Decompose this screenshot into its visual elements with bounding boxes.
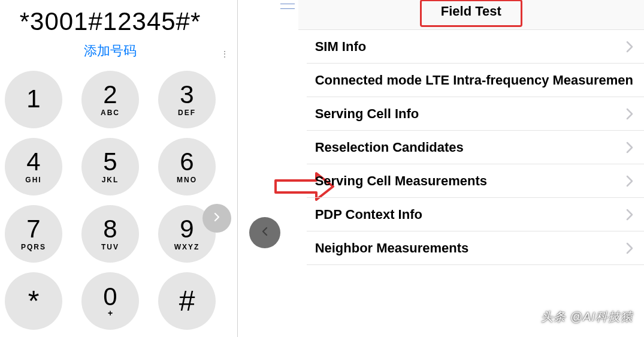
key-2[interactable]: 2 ABC (81, 71, 139, 128)
key-letters: GHI (25, 176, 41, 184)
row-serving-cell-info[interactable]: Serving Cell Info (307, 97, 644, 131)
row-label: Reselection Candidates (315, 140, 464, 155)
chevron-right-icon (626, 242, 633, 254)
key-7[interactable]: 7 PQRS (5, 205, 62, 263)
key-digit: 8 (103, 216, 117, 242)
key-letters: MNO (177, 176, 197, 184)
row-neighbor-measurements[interactable]: Neighbor Measurements (307, 231, 644, 265)
row-pdp-context-info[interactable]: PDP Context Info (307, 198, 644, 231)
key-letters: TUV (101, 243, 119, 251)
phone-dialer-panel: *3001#12345#* 添加号码 1 2 ABC 3 DEF 4 GHI 5… (0, 0, 220, 337)
forward-nav-button[interactable] (202, 204, 231, 233)
key-letters: WXYZ (174, 243, 200, 251)
key-letters: + (108, 308, 113, 318)
key-digit: 5 (103, 149, 117, 174)
row-label: Connected mode LTE Intra-frequency Measu… (315, 73, 633, 88)
add-contact-link[interactable]: 添加号码 (5, 37, 216, 71)
key-digit: 0 (103, 284, 117, 309)
key-letters: JKL (102, 176, 119, 184)
title-highlight-box: Field Test (420, 0, 522, 27)
key-hash[interactable]: # (158, 272, 216, 330)
key-8[interactable]: 8 TUV (81, 205, 139, 263)
chevron-right-icon (626, 209, 633, 221)
row-label: Serving Cell Measurements (315, 173, 487, 189)
decorative-dots: ⋮ (220, 49, 229, 59)
keypad: 1 2 ABC 3 DEF 4 GHI 5 JKL 6 MNO (5, 71, 216, 330)
page-title: Field Test (441, 4, 501, 19)
key-digit: 7 (26, 216, 40, 242)
row-label: PDP Context Info (315, 207, 422, 222)
chevron-left-icon (259, 225, 270, 240)
key-1[interactable]: 1 (5, 71, 62, 128)
key-digit: * (28, 287, 40, 315)
key-3[interactable]: 3 DEF (158, 71, 216, 128)
key-letters: DEF (178, 109, 196, 117)
row-reselection-candidates[interactable]: Reselection Candidates (307, 131, 644, 164)
key-digit: 1 (26, 86, 40, 112)
chevron-right-icon (626, 108, 633, 120)
chevron-right-icon (626, 41, 633, 53)
decorative-line (280, 8, 295, 9)
key-4[interactable]: 4 GHI (5, 138, 62, 195)
chevron-right-icon (626, 175, 633, 187)
back-nav-button[interactable] (249, 217, 280, 248)
list-header: Field Test (298, 0, 644, 30)
key-digit: 2 (103, 82, 117, 107)
key-digit: # (179, 287, 195, 315)
chevron-right-icon (626, 142, 633, 154)
row-label: SIM Info (315, 39, 367, 55)
row-label: Serving Cell Info (315, 106, 419, 122)
field-test-panel: Field Test ⋮ SIM Info Connected mode LTE… (238, 0, 644, 337)
watermark-text: 头条 @AI科技猿 (541, 309, 633, 325)
dialed-number-display: *3001#12345#* (5, 0, 216, 37)
key-digit: 9 (180, 216, 193, 242)
row-label: Neighbor Measurements (315, 240, 469, 256)
key-star[interactable]: * (5, 272, 62, 330)
key-0[interactable]: 0 + (81, 272, 139, 330)
row-connected-mode-lte[interactable]: Connected mode LTE Intra-frequency Measu… (307, 64, 644, 97)
row-serving-cell-measurements[interactable]: Serving Cell Measurements (307, 164, 644, 198)
key-5[interactable]: 5 JKL (81, 138, 139, 195)
decorative-line (280, 4, 295, 4)
key-digit: 6 (180, 149, 193, 174)
key-letters: PQRS (21, 243, 46, 251)
settings-list: SIM Info Connected mode LTE Intra-freque… (298, 30, 644, 265)
key-6[interactable]: 6 MNO (158, 138, 216, 195)
chevron-right-icon (211, 212, 222, 225)
key-letters: ABC (101, 109, 120, 117)
row-sim-info[interactable]: SIM Info (307, 30, 644, 64)
key-digit: 4 (26, 149, 40, 174)
key-digit: 3 (180, 82, 193, 107)
